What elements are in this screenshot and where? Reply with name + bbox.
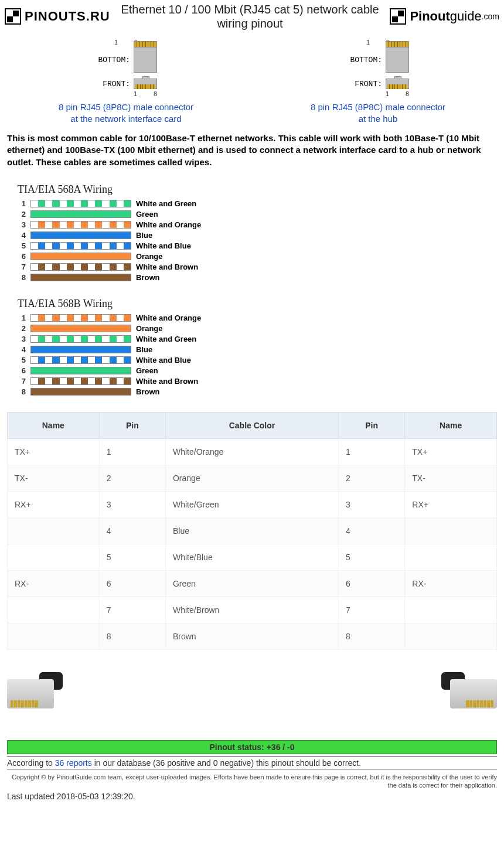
wire-color-bar <box>30 335 131 343</box>
table-row: 8Brown8 <box>8 623 497 649</box>
wire-number: 8 <box>18 273 26 282</box>
rj45-bottom-label: BOTTOM: <box>95 56 130 64</box>
connectors-row: 18 BOTTOM: FRONT: 18 8 pin RJ45 (8P8C) m… <box>0 33 504 128</box>
table-cell: 5 <box>99 544 165 570</box>
plug-photos-row <box>0 656 504 738</box>
wire-label: White and Brown <box>136 377 198 386</box>
wire-color-bar <box>30 253 131 260</box>
wire-color-bar <box>30 314 131 322</box>
table-row: 4Blue4 <box>8 517 497 544</box>
table-cell: 2 <box>338 465 404 491</box>
wire-color-bar <box>30 325 131 332</box>
wire-number: 6 <box>18 366 26 375</box>
wire-number: 3 <box>18 220 26 229</box>
connector-left-link[interactable]: 8 pin RJ45 (8P8C) male connectorat the n… <box>0 101 252 124</box>
logo-left-text: PINOUTS.RU <box>25 9 110 24</box>
wire-row: 3White and Orange <box>18 220 492 229</box>
table-cell: 3 <box>99 491 165 517</box>
wire-color-bar <box>30 231 131 239</box>
table-cell: 8 <box>99 623 165 649</box>
rj45-pin-numbers: 18 <box>386 90 409 97</box>
wire-label: White and Brown <box>136 263 198 271</box>
wire-row: 8Brown <box>18 387 492 396</box>
wire-number: 4 <box>18 231 26 240</box>
wiring-568b-title: TIA/EIA 568B Wiring <box>18 298 492 310</box>
wire-label: Green <box>136 210 158 219</box>
wire-color-bar <box>30 388 131 396</box>
wire-row: 7White and Brown <box>18 377 492 386</box>
wire-color-bar <box>30 367 131 374</box>
table-cell: 6 <box>338 570 404 597</box>
pinout-logo-icon <box>390 8 406 25</box>
table-row: RX+3White/Green3RX+ <box>8 491 497 517</box>
wire-color-bar <box>30 221 131 229</box>
reports-link[interactable]: 36 reports <box>55 758 92 768</box>
logo-right-light: guide <box>450 9 482 24</box>
wire-row: 2Orange <box>18 324 492 333</box>
wire-color-bar <box>30 377 131 385</box>
table-cell: Orange <box>165 465 338 491</box>
logo-pinoutsru[interactable]: PINOUTS.RU <box>5 8 110 25</box>
wire-label: Orange <box>136 324 163 333</box>
table-cell: RX- <box>8 570 100 597</box>
table-cell: White/Blue <box>165 544 338 570</box>
wire-number: 7 <box>18 263 26 271</box>
connector-right-link[interactable]: 8 pin RJ45 (8P8C) male connectorat the h… <box>252 101 504 124</box>
wire-row: 4Blue <box>18 231 492 240</box>
last-updated-text: Last updated 2018-05-03 12:39:20. <box>0 791 504 807</box>
table-row: 5White/Blue5 <box>8 544 497 570</box>
table-cell: Brown <box>165 623 338 649</box>
table-cell <box>405 544 497 570</box>
wire-row: 5White and Blue <box>18 241 492 250</box>
wiring-568a-title: TIA/EIA 568A Wiring <box>18 183 492 196</box>
table-header-row: NamePinCable ColorPinName <box>8 412 497 438</box>
wire-label: White and Green <box>136 335 196 343</box>
table-cell: RX+ <box>8 491 100 517</box>
pinout-logo-icon <box>5 8 21 25</box>
wire-row: 5White and Blue <box>18 356 492 364</box>
wire-color-bar <box>30 263 131 271</box>
rj45-plug-photo-right <box>433 667 497 714</box>
wire-label: White and Green <box>136 199 196 208</box>
table-cell <box>8 544 100 570</box>
table-row: TX-2Orange2TX- <box>8 465 497 491</box>
page-title: Ethernet 10 / 100 Mbit (RJ45 cat 5) netw… <box>115 2 386 30</box>
rj45-front-icon <box>134 79 157 89</box>
table-cell: RX- <box>405 570 497 597</box>
wire-row: 2Green <box>18 210 492 219</box>
table-row: RX-6Green6RX- <box>8 570 497 597</box>
table-header-cell: Cable Color <box>165 412 338 438</box>
wiring-568b-rows: 1White and Orange2Orange3White and Green… <box>18 314 492 396</box>
table-cell: 4 <box>99 517 165 544</box>
wire-number: 1 <box>18 199 26 208</box>
wire-label: Blue <box>136 345 152 354</box>
table-row: 7White/Brown7 <box>8 597 497 623</box>
wire-number: 5 <box>18 356 26 364</box>
wire-row: 1White and Green <box>18 199 492 208</box>
logo-pinoutguide[interactable]: Pinoutguide.com <box>390 8 499 25</box>
table-cell: RX+ <box>405 491 497 517</box>
table-cell: 8 <box>338 623 404 649</box>
intro-text: This is most common cable for 10/100Base… <box>0 128 504 173</box>
wire-label: Orange <box>136 252 163 261</box>
wire-label: White and Orange <box>136 220 201 229</box>
rj45-diagram-left: 18 BOTTOM: FRONT: 18 <box>95 39 157 97</box>
rj45-front-label: FRONT: <box>95 80 130 88</box>
wire-label: White and Blue <box>136 356 191 364</box>
table-header-cell: Pin <box>338 412 404 438</box>
rj45-bottom-icon <box>134 47 157 73</box>
table-cell <box>8 517 100 544</box>
wire-color-bar <box>30 274 131 281</box>
table-cell: TX- <box>405 465 497 491</box>
table-cell: White/Orange <box>165 438 338 465</box>
wire-number: 2 <box>18 210 26 219</box>
rj45-pin-numbers: 18 <box>134 90 157 97</box>
wire-label: Brown <box>136 273 159 282</box>
wire-number: 8 <box>18 387 26 396</box>
table-cell <box>405 517 497 544</box>
wire-number: 2 <box>18 324 26 333</box>
table-cell: 7 <box>99 597 165 623</box>
wire-row: 4Blue <box>18 345 492 354</box>
wire-row: 8Brown <box>18 273 492 282</box>
pinout-status-bar: Pinout status: +36 / -0 <box>7 740 497 754</box>
